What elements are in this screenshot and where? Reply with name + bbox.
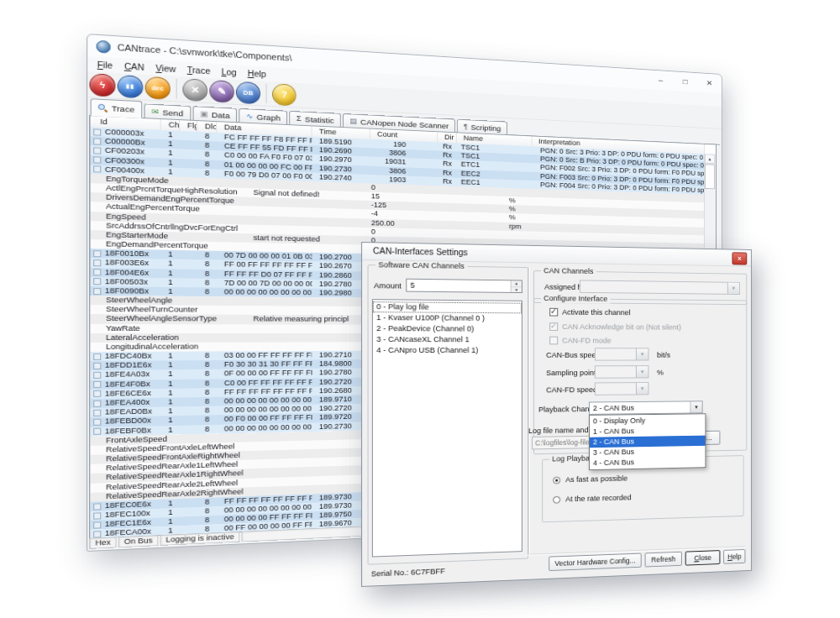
signal-value: -125 (371, 201, 386, 210)
cell-flg (180, 425, 197, 434)
expand-icon[interactable] (93, 400, 101, 406)
expand-icon[interactable] (93, 288, 101, 295)
tab-label: Scripting (470, 121, 501, 134)
refresh-button[interactable]: Refresh (645, 552, 682, 568)
dialog-close-icon[interactable]: x (732, 252, 748, 264)
expand-icon[interactable] (93, 156, 101, 163)
tab-trace[interactable]: Trace (91, 98, 143, 118)
close-button[interactable]: Close (685, 550, 721, 566)
cell-dlc: 8 (197, 416, 217, 425)
signal-name: YawRate (106, 324, 140, 333)
expand-icon[interactable] (93, 250, 101, 257)
expand-icon[interactable] (93, 269, 101, 275)
assigned-hw-select: ▼ (580, 280, 740, 294)
menu-item-help[interactable]: Help (242, 67, 271, 80)
expand-icon[interactable] (93, 278, 101, 285)
channel-list-item[interactable]: 3 - CANcaseXL Channel 1 (373, 334, 522, 345)
tab-label: Send (162, 106, 183, 119)
cell-dlc: 8 (197, 360, 217, 369)
expand-icon[interactable] (93, 166, 101, 173)
column-header-flg[interactable]: Flg (180, 120, 197, 132)
scroll-up-icon[interactable]: ▲ (705, 154, 715, 164)
channel-list-item[interactable]: 0 - Play log file (373, 301, 522, 313)
expand-icon[interactable] (93, 410, 101, 416)
expand-icon[interactable] (93, 419, 101, 426)
maximize-button[interactable]: □ (673, 71, 697, 92)
cell-dlc: 8 (197, 269, 217, 278)
checkbox-label: CAN-FD mode (562, 337, 611, 345)
playback-channel-dropdown[interactable]: 0 - Display Only1 - CAN Bus2 - CAN Bus3 … (589, 413, 706, 470)
minimize-button[interactable]: – (648, 70, 673, 91)
expand-icon[interactable] (93, 147, 101, 154)
playback-channel-select[interactable]: 2 - CAN Bus ▼ (589, 401, 703, 415)
expand-icon[interactable] (93, 138, 101, 144)
radio-label: As fast as possible (565, 474, 627, 484)
playback-channel-value: 2 - CAN Bus (593, 404, 634, 412)
database-icon: DB (244, 89, 254, 97)
column-header-ch[interactable]: Ch (161, 119, 180, 131)
cell-flg (180, 250, 197, 259)
pause-button[interactable]: ▮▮ (118, 75, 144, 98)
menu-item-can[interactable]: CAN (118, 60, 150, 73)
radio-icon[interactable] (553, 476, 560, 484)
channel-list-item[interactable]: 4 - CANpro USB (Channel 1) (373, 345, 522, 356)
menu-item-view[interactable]: View (150, 62, 181, 75)
activate-channel-checkbox[interactable]: Activate this channel (549, 308, 630, 317)
bus-speed-select: ▼ (595, 348, 648, 360)
expand-icon[interactable] (93, 390, 101, 397)
bus-speed-unit: bit/s (657, 351, 670, 359)
playback-rate-radio[interactable]: As fast as possible (553, 474, 627, 484)
expand-icon[interactable] (93, 259, 101, 266)
playback-rate-radio[interactable]: At the rate recorded (553, 494, 631, 504)
expand-icon[interactable] (93, 521, 101, 528)
stepper-down-icon[interactable]: ▼ (512, 287, 522, 292)
expand-icon[interactable] (93, 428, 101, 435)
cell-dlc: 8 (197, 388, 217, 397)
help-button[interactable]: ? (272, 83, 297, 106)
stepper-up-icon[interactable]: ▲ (512, 280, 522, 286)
amount-stepper[interactable]: 5 ▲ ▼ (406, 279, 522, 293)
checkbox-label: Activate this channel (562, 308, 630, 317)
expand-icon[interactable] (93, 381, 101, 388)
expand-icon[interactable] (93, 354, 101, 360)
dec-hex-button[interactable]: dec (145, 76, 171, 99)
column-header-dir[interactable]: Dir (438, 132, 457, 143)
expand-icon[interactable] (93, 363, 101, 369)
software-can-channels-group: Software CAN Channels Amount 5 ▲ ▼ 0 - P… (368, 264, 528, 565)
signal-unit: % (509, 205, 516, 213)
chevron-down-icon[interactable]: ▼ (690, 401, 701, 412)
expand-icon[interactable] (93, 128, 101, 135)
expand-icon[interactable] (93, 512, 101, 519)
channel-listbox[interactable]: 0 - Play log file1 - Kvaser U100P (Chann… (372, 299, 522, 557)
menu-item-trace[interactable]: Trace (181, 64, 216, 76)
channel-list-item[interactable]: 1 - Kvaser U100P (Channel 0 ) (373, 312, 522, 324)
data-icon: ▣ (200, 110, 207, 118)
cell-dlc: 8 (197, 397, 217, 406)
help-button[interactable]: Help (723, 549, 745, 564)
cell-dlc: 8 (197, 351, 217, 360)
close-button[interactable]: ✕ (697, 73, 722, 93)
column-header-dlc[interactable]: Dlc (197, 121, 217, 133)
checkbox-icon[interactable] (549, 308, 558, 317)
dec-hex-icon: dec (152, 84, 165, 92)
tools-button[interactable]: ✕ (182, 78, 207, 102)
cell-flg (180, 269, 197, 278)
dialog-title: CAN-Interfaces Settings (373, 246, 468, 257)
stepper-buttons[interactable]: ▲ ▼ (511, 280, 522, 292)
cell-ch: 1 (161, 397, 180, 406)
edit-button[interactable]: ✎ (209, 80, 234, 103)
expand-icon[interactable] (93, 372, 101, 379)
playback-option[interactable]: 4 - CAN Bus (590, 456, 705, 469)
channel-list-item[interactable]: 2 - PeakDevice (Channel 0) (373, 323, 522, 335)
cell-flg (180, 360, 197, 369)
menu-item-log[interactable]: Log (216, 65, 242, 77)
database-button[interactable]: DB (236, 81, 260, 104)
radio-icon[interactable] (553, 495, 560, 503)
expand-icon[interactable] (93, 503, 101, 510)
scrollbar-thumb[interactable] (705, 164, 715, 189)
group-label: CAN Channels (541, 266, 596, 276)
checkbox-icon (549, 322, 558, 331)
menu-item-file[interactable]: File (92, 59, 118, 71)
vector-hardware-config-button[interactable]: Vector Hardware Config... (549, 553, 642, 572)
start-stop-button[interactable]: ϟ (89, 73, 115, 97)
